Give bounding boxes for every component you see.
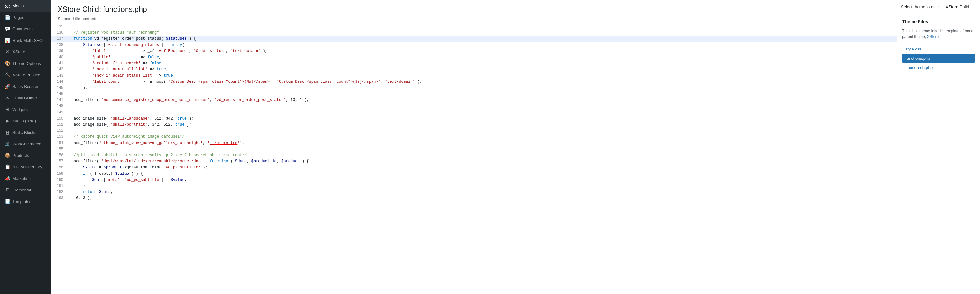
sidebar-item-theme-options[interactable]: 🎨 Theme Options [0,57,51,69]
parent-theme-link[interactable]: XStore [927,35,939,39]
line-content: } [67,183,897,189]
code-line: 161 } [51,183,897,189]
code-line: 136// register woo status "auf rechnung" [51,30,897,36]
sidebar-label-comments: Comments [13,27,33,31]
sidebar-item-marketing[interactable]: 📣 Marketing [0,172,51,184]
line-number: 153 [51,134,67,140]
line-content: $data['meta']['wc_ps_subtitle'] = $value… [67,177,897,183]
sidebar-item-xstore-builders[interactable]: 🔨 XStore Builders [0,69,51,81]
line-content: $statuses['wc-auf-rechnung-status'] = ar… [67,42,897,48]
line-number: 152 [51,128,67,134]
sidebar-item-xstore[interactable]: ✕ XStore [0,46,51,57]
theme-description: This child theme inherits templates from… [902,28,975,40]
editor-wrapper: XStore Child: functions.php Selected fil… [51,0,897,294]
sidebar-label-rank-math: Rank Math SEO [13,38,43,43]
page-title: XStore Child: functions.php [58,5,890,14]
line-content: $value = $product->getCustomField( 'wc_p… [67,164,897,171]
sidebar-label-woocommerce: WooCommerce [13,142,41,146]
sidebar-item-products[interactable]: 📦 Products [0,150,51,161]
content-area: XStore Child: functions.php Selected fil… [51,0,980,294]
sidebar-item-elementor[interactable]: E Elementor [0,184,51,196]
line-number: 142 [51,66,67,73]
line-content: add_filter('etheme_quick_view_canvas_gal… [67,140,897,146]
code-line: 146} [51,91,897,97]
code-line: 158 $value = $product->getCustomField( '… [51,164,897,171]
code-line: 139 'label' => _x( 'Auf Rechnung', 'Orde… [51,48,897,54]
code-line: 141 'exclude_from_search' => false, [51,60,897,66]
line-number: 160 [51,177,67,183]
line-content: 10, 3 ); [67,195,897,201]
file-item-fibosearch-php[interactable]: fibosearch.php [902,63,975,72]
sidebar-label-static-blocks: Static Blocks [13,130,36,135]
sidebar-item-pages[interactable]: 📄 Pages [0,11,51,23]
code-area[interactable]: 135136// register woo status "auf rechnu… [51,24,897,294]
line-number: 137 [51,36,67,42]
line-number: 156 [51,152,67,158]
file-list: style.cssfunctions.phpfibosearch.php [902,45,975,72]
elementor-icon: E [5,187,10,192]
pages-icon: 📄 [5,15,10,20]
sidebar-label-widgets: Widgets [13,107,27,112]
line-number: 163 [51,195,67,201]
line-content: 'show_in_admin_all_list' => true, [67,66,897,73]
line-number: 148 [51,103,67,109]
sidebar-item-email-builder[interactable]: ✉ Email Builder [0,92,51,104]
theme-selector-bar: Select theme to edit: XStore ChildXStore… [897,0,980,14]
slides-icon: ▶ [5,118,10,123]
comments-icon: 💬 [5,26,10,31]
code-line: 16310, 3 ); [51,195,897,201]
sidebar-item-media[interactable]: 🖼 Media [0,0,51,11]
media-icon: 🖼 [5,3,10,8]
templates-icon: 📑 [5,199,10,204]
sidebar-item-comments[interactable]: 💬 Comments [0,23,51,35]
xstore-icon: ✕ [5,49,10,54]
sidebar-label-media: Media [13,3,24,8]
code-line: 147add_filter( 'woocommerce_register_sho… [51,97,897,103]
line-number: 150 [51,116,67,122]
theme-selector-label: Select theme to edit: [901,5,939,9]
line-content: add_image_size( 'small-portrait', 342, 5… [67,122,897,128]
line-content: return $data; [67,189,897,195]
sidebar-item-woocommerce[interactable]: 🛒 WooCommerce [0,138,51,150]
xstore-builders-icon: 🔨 [5,72,10,77]
line-number: 135 [51,24,67,30]
line-number: 162 [51,189,67,195]
sidebar-item-templates[interactable]: 📑 Templates [0,196,51,207]
rank-math-icon: 📊 [5,38,10,43]
theme-files-heading: Theme Files [902,19,975,24]
code-line: 155 [51,146,897,152]
sidebar-label-xstore-builders: XStore Builders [13,73,41,77]
line-content: function vd_register_order_post_status( … [67,36,897,42]
code-line: 138 $statuses['wc-auf-rechnung-status'] … [51,42,897,48]
sidebar-label-templates: Templates [13,199,31,204]
code-line: 162 return $data; [51,189,897,195]
sidebar-label-xstore: XStore [13,49,25,54]
atum-inventory-icon: 📋 [5,164,10,169]
line-number: 143 [51,73,67,79]
line-number: 146 [51,91,67,97]
file-item-functions-php[interactable]: functions.php [902,54,975,63]
code-line: 159 if ( ! empty( $value ) ) { [51,171,897,177]
file-item-style-css[interactable]: style.css [902,45,975,53]
line-content: add_image_size( 'small-landscape', 512, … [67,116,897,122]
code-line: 140 'public' => false, [51,54,897,60]
sidebar-item-static-blocks[interactable]: ▦ Static Blocks [0,126,51,138]
theme-options-icon: 🎨 [5,61,10,66]
static-blocks-icon: ▦ [5,130,10,135]
line-content: if ( ! empty( $value ) ) { [67,171,897,177]
line-number: 151 [51,122,67,128]
sidebar-item-rank-math[interactable]: 📊 Rank Math SEO [0,35,51,46]
line-content: 'public' => false, [67,54,897,60]
sidebar-item-slides[interactable]: ▶ Slides (beta) [0,115,51,126]
sales-booster-icon: 🚀 [5,84,10,89]
sidebar-item-widgets[interactable]: ⊞ Widgets [0,104,51,115]
line-number: 149 [51,110,67,116]
line-content: 'show_in_admin_status_list' => true, [67,73,897,79]
editor-header: XStore Child: functions.php Selected fil… [51,0,897,24]
sidebar-item-atum-inventory[interactable]: 📋 ATUM Inventory [0,161,51,172]
line-content: 'exclude_from_search' => false, [67,60,897,66]
selected-label: Selected file content: [58,16,890,21]
theme-select-dropdown[interactable]: XStore ChildXStoreTwenty Twenty-Three [942,3,980,11]
line-content [67,103,897,109]
sidebar-item-sales-booster[interactable]: 🚀 Sales Booster [0,81,51,92]
